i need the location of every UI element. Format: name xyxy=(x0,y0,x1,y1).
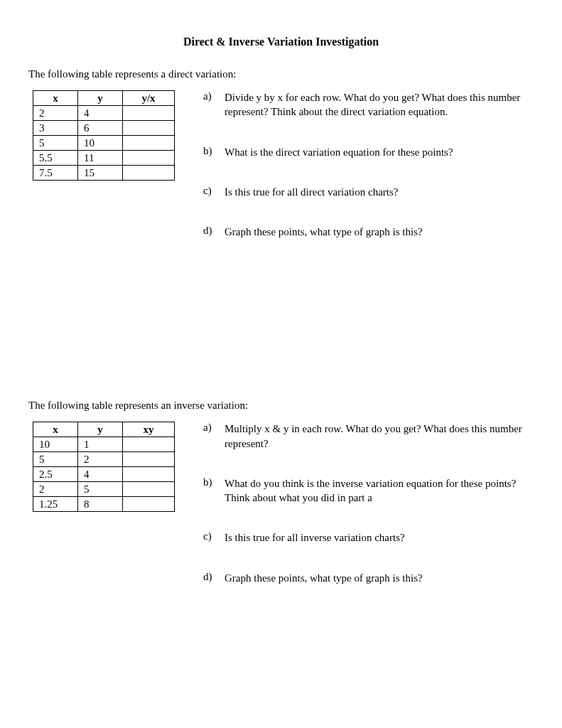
question-c: c) Is this true for all direct variation… xyxy=(203,185,534,199)
table-row: 2 5 xyxy=(33,482,175,497)
table-row: 2 4 xyxy=(33,106,175,121)
cell: 6 xyxy=(78,121,123,136)
q-text: Is this true for all direct variation ch… xyxy=(225,185,534,199)
question-a: a) Divide y by x for each row. What do y… xyxy=(203,90,534,119)
header-yx: y/x xyxy=(123,91,175,106)
q-text: What is the direct variation equation fo… xyxy=(225,145,534,159)
q-text: What do you think is the inverse variati… xyxy=(225,476,534,505)
q-label: b) xyxy=(203,476,217,488)
cell xyxy=(123,482,175,497)
cell: 3 xyxy=(33,121,78,136)
table-header-row: x y y/x xyxy=(33,91,175,106)
q-label: d) xyxy=(203,225,217,237)
table-header-row: x y xy xyxy=(33,422,175,437)
table-row: 5 2 xyxy=(33,452,175,467)
q-label: c) xyxy=(203,185,217,197)
q-label: b) xyxy=(203,145,217,157)
table-row: 5 10 xyxy=(33,136,175,151)
header-y: y xyxy=(78,422,123,437)
cell: 11 xyxy=(78,151,123,166)
cell: 5 xyxy=(33,452,78,467)
table-row: 2.5 4 xyxy=(33,467,175,482)
direct-table-wrap: x y y/x 2 4 3 6 5 10 5.5 11 xyxy=(33,90,175,181)
q-label: a) xyxy=(203,90,217,102)
cell: 2.5 xyxy=(33,467,78,482)
section1: x y y/x 2 4 3 6 5 10 5.5 11 xyxy=(28,90,534,264)
section1-questions: a) Divide y by x for each row. What do y… xyxy=(203,90,534,264)
table-row: 5.5 11 xyxy=(33,151,175,166)
question-a: a) Multiply x & y in each row. What do y… xyxy=(203,422,534,451)
cell xyxy=(123,437,175,452)
cell: 10 xyxy=(33,437,78,452)
cell: 4 xyxy=(78,106,123,121)
cell xyxy=(123,121,175,136)
table-row: 7.5 15 xyxy=(33,166,175,181)
table-row: 1.25 8 xyxy=(33,497,175,512)
question-b: b) What do you think is the inverse vari… xyxy=(203,476,534,505)
q-text: Divide y by x for each row. What do you … xyxy=(225,90,534,119)
cell: 1 xyxy=(78,437,123,452)
header-xy: xy xyxy=(123,422,175,437)
cell: 2 xyxy=(33,482,78,497)
spacer xyxy=(28,293,534,400)
question-d: d) Graph these points, what type of grap… xyxy=(203,225,534,239)
section2: x y xy 10 1 5 2 2.5 4 2 5 xyxy=(28,422,534,611)
cell: 15 xyxy=(78,166,123,181)
header-x: x xyxy=(33,422,78,437)
cell xyxy=(123,151,175,166)
section1-intro: The following table represents a direct … xyxy=(28,68,534,80)
section2-questions: a) Multiply x & y in each row. What do y… xyxy=(203,422,534,611)
cell: 4 xyxy=(78,467,123,482)
page-title: Direct & Inverse Variation Investigation xyxy=(28,36,534,48)
cell xyxy=(123,136,175,151)
cell: 8 xyxy=(78,497,123,512)
inverse-table-wrap: x y xy 10 1 5 2 2.5 4 2 5 xyxy=(33,422,175,512)
cell: 2 xyxy=(78,452,123,467)
q-label: d) xyxy=(203,571,217,583)
header-x: x xyxy=(33,91,78,106)
direct-variation-table: x y y/x 2 4 3 6 5 10 5.5 11 xyxy=(33,90,175,181)
q-text: Graph these points, what type of graph i… xyxy=(225,571,534,585)
cell xyxy=(123,467,175,482)
q-text: Multiply x & y in each row. What do you … xyxy=(225,422,534,451)
cell: 5 xyxy=(33,136,78,151)
q-label: a) xyxy=(203,422,217,434)
cell: 5.5 xyxy=(33,151,78,166)
q-text: Graph these points, what type of graph i… xyxy=(225,225,534,239)
cell: 5 xyxy=(78,482,123,497)
table-row: 10 1 xyxy=(33,437,175,452)
cell xyxy=(123,166,175,181)
table-row: 3 6 xyxy=(33,121,175,136)
cell xyxy=(123,106,175,121)
question-d: d) Graph these points, what type of grap… xyxy=(203,571,534,585)
header-y: y xyxy=(78,91,123,106)
spacer xyxy=(28,639,534,728)
question-c: c) Is this true for all inverse variatio… xyxy=(203,530,534,545)
q-text: Is this true for all inverse variation c… xyxy=(225,530,534,545)
cell: 7.5 xyxy=(33,166,78,181)
section2-intro: The following table represents an invers… xyxy=(28,400,534,412)
cell xyxy=(123,452,175,467)
cell: 1.25 xyxy=(33,497,78,512)
inverse-variation-table: x y xy 10 1 5 2 2.5 4 2 5 xyxy=(33,422,175,512)
cell: 2 xyxy=(33,106,78,121)
cell xyxy=(123,497,175,512)
q-label: c) xyxy=(203,530,217,542)
cell: 10 xyxy=(78,136,123,151)
question-b: b) What is the direct variation equation… xyxy=(203,145,534,159)
